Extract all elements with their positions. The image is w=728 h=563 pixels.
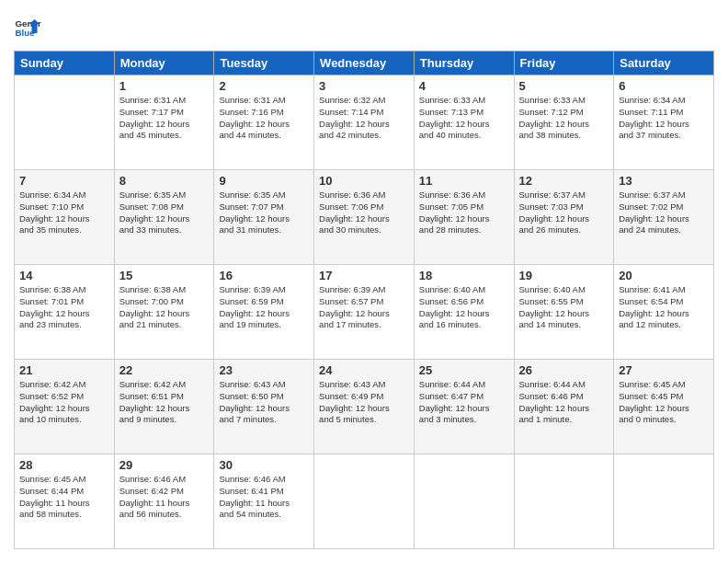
week-row-2: 14Sunrise: 6:38 AM Sunset: 7:01 PM Dayli…: [15, 265, 714, 360]
calendar-cell: 15Sunrise: 6:38 AM Sunset: 7:00 PM Dayli…: [114, 265, 214, 360]
day-info: Sunrise: 6:31 AM Sunset: 7:16 PM Dayligh…: [219, 95, 309, 142]
day-number: 14: [19, 269, 109, 282]
calendar-cell: 12Sunrise: 6:37 AM Sunset: 7:03 PM Dayli…: [514, 170, 614, 265]
day-number: 30: [219, 458, 309, 472]
calendar-cell: 28Sunrise: 6:45 AM Sunset: 6:44 PM Dayli…: [15, 454, 115, 549]
day-info: Sunrise: 6:32 AM Sunset: 7:14 PM Dayligh…: [319, 95, 409, 142]
page: General Blue SundayMondayTuesdayWednesda…: [0, 0, 728, 563]
logo: General Blue: [14, 14, 45, 41]
day-number: 29: [119, 458, 210, 472]
calendar-cell: 4Sunrise: 6:33 AM Sunset: 7:13 PM Daylig…: [414, 75, 514, 170]
day-info: Sunrise: 6:39 AM Sunset: 6:57 PM Dayligh…: [319, 284, 409, 331]
day-number: 27: [619, 363, 709, 377]
day-info: Sunrise: 6:37 AM Sunset: 7:02 PM Dayligh…: [619, 190, 709, 236]
calendar-cell: 24Sunrise: 6:43 AM Sunset: 6:49 PM Dayli…: [314, 360, 415, 454]
day-info: Sunrise: 6:40 AM Sunset: 6:56 PM Dayligh…: [419, 284, 509, 331]
calendar-cell: 3Sunrise: 6:32 AM Sunset: 7:14 PM Daylig…: [314, 75, 415, 170]
day-number: 20: [619, 269, 709, 282]
calendar-cell: 22Sunrise: 6:42 AM Sunset: 6:51 PM Dayli…: [114, 360, 214, 454]
calendar-cell: [614, 454, 714, 549]
day-info: Sunrise: 6:36 AM Sunset: 7:05 PM Dayligh…: [419, 190, 509, 236]
calendar-cell: [514, 454, 614, 549]
calendar-cell: 26Sunrise: 6:44 AM Sunset: 6:46 PM Dayli…: [514, 360, 614, 454]
calendar-cell: 1Sunrise: 6:31 AM Sunset: 7:17 PM Daylig…: [114, 75, 214, 170]
calendar-cell: 18Sunrise: 6:40 AM Sunset: 6:56 PM Dayli…: [414, 265, 514, 360]
day-info: Sunrise: 6:46 AM Sunset: 6:42 PM Dayligh…: [119, 474, 210, 521]
calendar-cell: 8Sunrise: 6:35 AM Sunset: 7:08 PM Daylig…: [114, 170, 214, 265]
day-info: Sunrise: 6:33 AM Sunset: 7:13 PM Dayligh…: [419, 95, 509, 142]
day-number: 21: [19, 363, 109, 377]
day-info: Sunrise: 6:35 AM Sunset: 7:08 PM Dayligh…: [119, 190, 210, 236]
day-number: 12: [519, 174, 609, 188]
day-info: Sunrise: 6:34 AM Sunset: 7:11 PM Dayligh…: [619, 95, 709, 142]
day-number: 25: [419, 363, 509, 377]
calendar-cell: [15, 75, 115, 170]
day-info: Sunrise: 6:41 AM Sunset: 6:54 PM Dayligh…: [619, 284, 709, 331]
day-info: Sunrise: 6:34 AM Sunset: 7:10 PM Dayligh…: [19, 190, 109, 236]
weekday-header-tuesday: Tuesday: [214, 52, 314, 75]
calendar-cell: 10Sunrise: 6:36 AM Sunset: 7:06 PM Dayli…: [314, 170, 415, 265]
day-info: Sunrise: 6:42 AM Sunset: 6:52 PM Dayligh…: [19, 379, 109, 426]
day-number: 24: [319, 363, 409, 377]
day-info: Sunrise: 6:44 AM Sunset: 6:46 PM Dayligh…: [519, 379, 609, 426]
calendar-cell: 27Sunrise: 6:45 AM Sunset: 6:45 PM Dayli…: [614, 360, 714, 454]
week-row-1: 7Sunrise: 6:34 AM Sunset: 7:10 PM Daylig…: [15, 170, 714, 265]
day-info: Sunrise: 6:33 AM Sunset: 7:12 PM Dayligh…: [519, 95, 609, 142]
calendar-cell: 23Sunrise: 6:43 AM Sunset: 6:50 PM Dayli…: [214, 360, 314, 454]
weekday-header-monday: Monday: [114, 52, 214, 75]
day-number: 5: [519, 79, 609, 93]
calendar-cell: 5Sunrise: 6:33 AM Sunset: 7:12 PM Daylig…: [514, 75, 614, 170]
day-info: Sunrise: 6:36 AM Sunset: 7:06 PM Dayligh…: [319, 190, 409, 236]
week-row-4: 28Sunrise: 6:45 AM Sunset: 6:44 PM Dayli…: [15, 454, 714, 549]
day-number: 19: [519, 269, 609, 282]
day-number: 11: [419, 174, 509, 188]
day-number: 6: [619, 79, 709, 93]
week-row-0: 1Sunrise: 6:31 AM Sunset: 7:17 PM Daylig…: [15, 75, 714, 170]
day-number: 1: [119, 79, 210, 93]
day-info: Sunrise: 6:38 AM Sunset: 7:01 PM Dayligh…: [19, 284, 109, 331]
calendar-cell: 6Sunrise: 6:34 AM Sunset: 7:11 PM Daylig…: [614, 75, 714, 170]
day-info: Sunrise: 6:37 AM Sunset: 7:03 PM Dayligh…: [519, 190, 609, 236]
weekday-header-row: SundayMondayTuesdayWednesdayThursdayFrid…: [15, 52, 714, 75]
day-number: 9: [219, 174, 309, 188]
day-number: 10: [319, 174, 409, 188]
day-info: Sunrise: 6:38 AM Sunset: 7:00 PM Dayligh…: [119, 284, 210, 331]
day-number: 7: [19, 174, 109, 188]
weekday-header-friday: Friday: [514, 52, 614, 75]
calendar-cell: 2Sunrise: 6:31 AM Sunset: 7:16 PM Daylig…: [214, 75, 314, 170]
day-number: 3: [319, 79, 409, 93]
day-number: 2: [219, 79, 309, 93]
day-number: 13: [619, 174, 709, 188]
calendar-cell: 14Sunrise: 6:38 AM Sunset: 7:01 PM Dayli…: [15, 265, 115, 360]
calendar-cell: 29Sunrise: 6:46 AM Sunset: 6:42 PM Dayli…: [114, 454, 214, 549]
calendar-cell: 16Sunrise: 6:39 AM Sunset: 6:59 PM Dayli…: [214, 265, 314, 360]
week-row-3: 21Sunrise: 6:42 AM Sunset: 6:52 PM Dayli…: [15, 360, 714, 454]
weekday-header-saturday: Saturday: [614, 52, 714, 75]
calendar-cell: 17Sunrise: 6:39 AM Sunset: 6:57 PM Dayli…: [314, 265, 415, 360]
day-info: Sunrise: 6:42 AM Sunset: 6:51 PM Dayligh…: [119, 379, 210, 426]
calendar-cell: 9Sunrise: 6:35 AM Sunset: 7:07 PM Daylig…: [214, 170, 314, 265]
day-number: 16: [219, 269, 309, 282]
day-number: 17: [319, 269, 409, 282]
calendar-cell: 30Sunrise: 6:46 AM Sunset: 6:41 PM Dayli…: [214, 454, 314, 549]
calendar-cell: 20Sunrise: 6:41 AM Sunset: 6:54 PM Dayli…: [614, 265, 714, 360]
calendar-cell: 21Sunrise: 6:42 AM Sunset: 6:52 PM Dayli…: [15, 360, 115, 454]
calendar-cell: 25Sunrise: 6:44 AM Sunset: 6:47 PM Dayli…: [414, 360, 514, 454]
day-number: 23: [219, 363, 309, 377]
logo-icon: General Blue: [14, 14, 41, 41]
day-info: Sunrise: 6:43 AM Sunset: 6:50 PM Dayligh…: [219, 379, 309, 426]
day-number: 28: [19, 458, 109, 472]
calendar-cell: 19Sunrise: 6:40 AM Sunset: 6:55 PM Dayli…: [514, 265, 614, 360]
day-info: Sunrise: 6:46 AM Sunset: 6:41 PM Dayligh…: [219, 474, 309, 521]
day-number: 18: [419, 269, 509, 282]
day-number: 26: [519, 363, 609, 377]
day-info: Sunrise: 6:45 AM Sunset: 6:45 PM Dayligh…: [619, 379, 709, 426]
calendar-cell: [314, 454, 415, 549]
day-number: 15: [119, 269, 210, 282]
day-info: Sunrise: 6:31 AM Sunset: 7:17 PM Dayligh…: [119, 95, 210, 142]
weekday-header-thursday: Thursday: [414, 52, 514, 75]
calendar-cell: [414, 454, 514, 549]
day-number: 4: [419, 79, 509, 93]
day-info: Sunrise: 6:45 AM Sunset: 6:44 PM Dayligh…: [19, 474, 109, 521]
day-info: Sunrise: 6:40 AM Sunset: 6:55 PM Dayligh…: [519, 284, 609, 331]
